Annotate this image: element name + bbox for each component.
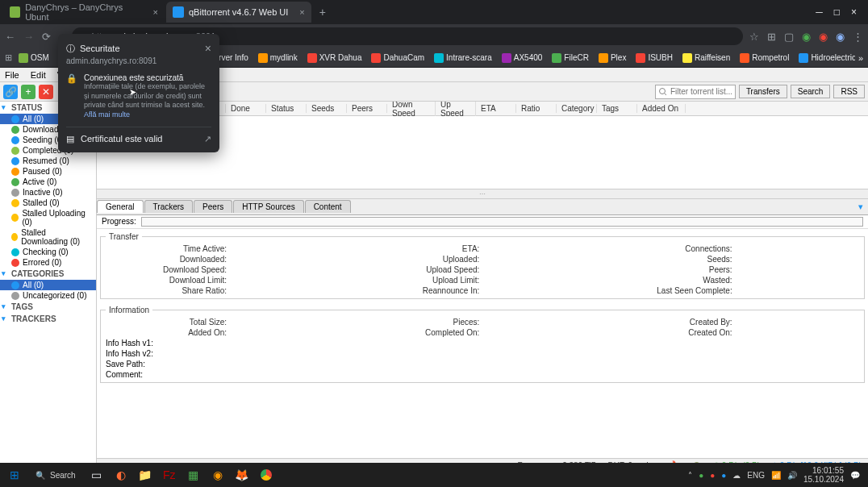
tab-rss[interactable]: RSS bbox=[833, 85, 865, 98]
field-label: Info Hash v1: bbox=[106, 339, 227, 348]
profile-icon[interactable]: ◉ bbox=[836, 31, 845, 43]
column-header[interactable]: Done bbox=[226, 104, 266, 113]
bookmark-item[interactable]: mydlink bbox=[255, 52, 301, 65]
notifications-icon[interactable]: 💬 bbox=[850, 471, 860, 480]
close-icon[interactable]: × bbox=[153, 7, 158, 17]
column-header[interactable]: Status bbox=[266, 104, 307, 113]
bookmark-item[interactable]: Plex bbox=[595, 52, 629, 65]
tray-wifi-icon[interactable]: 📶 bbox=[771, 471, 781, 480]
filezilla-icon[interactable]: Fz bbox=[158, 464, 181, 485]
menu-edit[interactable]: Edit bbox=[31, 70, 46, 80]
bookmark-item[interactable]: DahuaCam bbox=[368, 52, 428, 65]
tray-cloud-icon[interactable]: ☁ bbox=[732, 471, 741, 480]
dtab-general[interactable]: General bbox=[97, 200, 144, 213]
reload-icon[interactable]: ⟳ bbox=[42, 31, 51, 43]
sidebar-status-item[interactable]: Inactive (0) bbox=[0, 187, 96, 198]
tray-lang[interactable]: ENG bbox=[747, 471, 765, 480]
cert-label[interactable]: Certificatul este valid bbox=[81, 134, 163, 144]
sidebar-category-item[interactable]: All (0) bbox=[0, 280, 96, 290]
column-header[interactable]: Added On bbox=[637, 104, 686, 113]
new-tab-button[interactable]: + bbox=[313, 6, 332, 19]
external-link-icon[interactable]: ↗ bbox=[204, 134, 211, 144]
sidebar-status-item[interactable]: Stalled (0) bbox=[0, 198, 96, 208]
extensions-icon[interactable]: ⊞ bbox=[767, 31, 776, 43]
bookmark-item[interactable]: Intrare-scara bbox=[431, 52, 495, 65]
task-view-icon[interactable]: ▭ bbox=[86, 464, 108, 485]
app-icon[interactable]: ▦ bbox=[182, 464, 205, 485]
close-icon[interactable]: × bbox=[299, 7, 304, 17]
cast-icon[interactable]: ▢ bbox=[784, 31, 794, 43]
taskbar-search[interactable]: 🔍 Search bbox=[27, 465, 84, 485]
bookmark-item[interactable]: Hidroelectrica bbox=[795, 52, 855, 65]
column-header[interactable]: Down Speed bbox=[387, 102, 436, 118]
learn-more-link[interactable]: Află mai multe bbox=[84, 110, 130, 119]
menu-file[interactable]: File bbox=[5, 70, 19, 80]
sidebar-status-item[interactable]: Resumed (0) bbox=[0, 156, 96, 166]
explorer-icon[interactable]: 📁 bbox=[134, 464, 156, 485]
tray-clock[interactable]: 16:01:55 15.10.2024 bbox=[803, 466, 844, 484]
close-window-icon[interactable]: × bbox=[851, 6, 857, 18]
column-header[interactable]: Ratio bbox=[516, 104, 557, 113]
chrome-icon[interactable] bbox=[255, 464, 278, 485]
dtab-trackers[interactable]: Trackers bbox=[144, 200, 194, 213]
sidebar-category-item[interactable]: Uncategorized (0) bbox=[0, 290, 96, 301]
bookmarks-overflow[interactable]: » bbox=[858, 53, 863, 63]
dtab-http[interactable]: HTTP Sources bbox=[233, 200, 303, 213]
column-header[interactable]: Category bbox=[557, 104, 597, 113]
tray-app3-icon[interactable]: ● bbox=[721, 471, 726, 480]
sidebar-status-item[interactable]: Errored (0) bbox=[0, 257, 96, 268]
collapse-details-icon[interactable]: ▾ bbox=[853, 202, 868, 212]
app2-icon[interactable]: ◉ bbox=[207, 464, 229, 485]
column-header[interactable]: Peers bbox=[347, 104, 387, 113]
bookmark-item[interactable]: AX5400 bbox=[499, 52, 546, 65]
maximize-icon[interactable]: □ bbox=[834, 6, 840, 18]
filter-input[interactable] bbox=[655, 85, 736, 99]
tray-app2-icon[interactable]: ● bbox=[710, 471, 715, 480]
sidebar-status-item[interactable]: Stalled Downloading (0) bbox=[0, 227, 96, 247]
firefox-icon[interactable]: 🦊 bbox=[231, 464, 253, 485]
section-tags[interactable]: TAGS bbox=[0, 301, 96, 313]
bookmark-item[interactable]: XVR Dahua bbox=[304, 52, 365, 65]
tray-app-icon[interactable]: ● bbox=[699, 471, 703, 480]
minimize-icon[interactable]: ─ bbox=[816, 6, 823, 18]
bookmark-item[interactable]: ISUBH bbox=[632, 52, 676, 65]
sidebar-status-item[interactable]: Checking (0) bbox=[0, 247, 96, 257]
bookmark-item[interactable]: Rompetrol bbox=[737, 52, 792, 65]
section-categories[interactable]: CATEGORIES bbox=[0, 268, 96, 280]
progress-bar bbox=[141, 217, 863, 227]
add-file-button[interactable]: + bbox=[21, 85, 35, 99]
column-header[interactable]: Tags bbox=[597, 104, 637, 113]
browser-tab-1[interactable]: qBittorrent v4.6.7 Web UI × bbox=[166, 2, 311, 23]
dtab-content[interactable]: Content bbox=[305, 200, 351, 213]
start-button[interactable]: ⊞ bbox=[3, 464, 26, 485]
browser-tab-0[interactable]: DanyChrys – DanyChrys Ubunt × bbox=[3, 2, 165, 23]
bookmark-star-icon[interactable]: ☆ bbox=[749, 31, 759, 43]
menu-icon[interactable]: ⋮ bbox=[853, 31, 863, 43]
add-url-button[interactable]: 🔗 bbox=[3, 85, 18, 99]
column-header[interactable]: Seeds bbox=[307, 104, 347, 113]
close-icon[interactable]: × bbox=[205, 42, 211, 55]
delete-button[interactable]: ✕ bbox=[39, 85, 53, 99]
apps-icon[interactable]: ⊞ bbox=[5, 52, 12, 63]
column-header[interactable]: ETA bbox=[476, 104, 516, 113]
forward-icon[interactable]: → bbox=[23, 31, 34, 43]
copilot-icon[interactable]: ◐ bbox=[110, 464, 132, 485]
column-header[interactable]: Up Speed bbox=[436, 102, 476, 118]
field-value bbox=[484, 318, 606, 327]
tab-transfers[interactable]: Transfers bbox=[739, 85, 787, 98]
sidebar-status-item[interactable]: Active (0) bbox=[0, 177, 96, 187]
extension-2-icon[interactable]: ◉ bbox=[819, 31, 828, 43]
tab-search[interactable]: Search bbox=[791, 85, 831, 98]
sidebar-status-item[interactable]: Paused (0) bbox=[0, 166, 96, 177]
dtab-peers[interactable]: Peers bbox=[194, 200, 232, 213]
sidebar-status-item[interactable]: Stalled Uploading (0) bbox=[0, 208, 96, 227]
back-icon[interactable]: ← bbox=[5, 31, 15, 43]
bookmark-item[interactable]: OSM bbox=[15, 52, 52, 65]
splitter[interactable]: ⋯ bbox=[97, 189, 868, 199]
tray-volume-icon[interactable]: 🔊 bbox=[787, 471, 797, 480]
bookmark-item[interactable]: Raiffeisen bbox=[679, 52, 733, 65]
section-trackers[interactable]: TRACKERS bbox=[0, 313, 96, 325]
bookmark-item[interactable]: FileCR bbox=[549, 52, 592, 65]
tray-chevron-icon[interactable]: ˄ bbox=[688, 471, 692, 480]
extension-1-icon[interactable]: ◉ bbox=[802, 31, 811, 43]
